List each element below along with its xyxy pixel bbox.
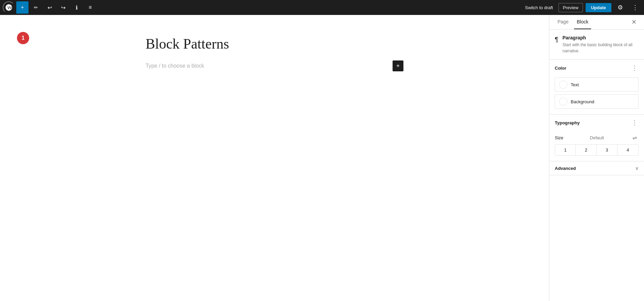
sidebar-close-button[interactable]: ✕ (629, 17, 639, 27)
typography-section-more-button[interactable]: ⋮ (630, 119, 639, 127)
typography-section-title: Typography (555, 120, 580, 125)
notification-count: 1 (22, 35, 25, 41)
toolbar-right-group: Switch to draft Preview Update ⚙ ⋮ (522, 1, 641, 14)
text-color-option[interactable]: Text (555, 77, 639, 92)
wp-logo-icon (5, 3, 13, 12)
editor-area: 1 Block Patterns Type / to choose a bloc… (0, 15, 549, 301)
block-info-description: Start with the basic building block of a… (563, 42, 639, 54)
size-label: Size (555, 135, 563, 140)
list-view-button[interactable]: ≡ (84, 1, 96, 14)
editor-content: Block Patterns Type / to choose a block … (132, 15, 417, 92)
advanced-section: Advanced ∨ (549, 161, 644, 175)
block-info-text: Paragraph Start with the basic building … (563, 35, 639, 54)
text-color-label: Text (571, 82, 579, 87)
advanced-chevron-icon: ∨ (635, 165, 639, 171)
advanced-section-title: Advanced (555, 166, 576, 171)
main-area: 1 Block Patterns Type / to choose a bloc… (0, 15, 644, 301)
text-color-swatch (559, 81, 567, 89)
block-info-section: ¶ Paragraph Start with the basic buildin… (549, 30, 644, 60)
color-section-title: Color (555, 66, 566, 71)
typography-section-header: Typography ⋮ (549, 114, 644, 131)
plus-icon: + (396, 63, 400, 70)
paragraph-icon: ¶ (555, 36, 558, 43)
size-2-button[interactable]: 2 (576, 145, 596, 155)
block-placeholder-row: Type / to choose a block + (146, 60, 403, 71)
switch-to-draft-button[interactable]: Switch to draft (522, 3, 555, 12)
color-options-list: Text Background (549, 76, 644, 114)
update-button[interactable]: Update (586, 3, 611, 12)
typography-section: Typography ⋮ Size Default ⇌ 1 2 3 4 (549, 114, 644, 161)
color-section-more-button[interactable]: ⋮ (630, 64, 639, 72)
background-color-option[interactable]: Background (555, 94, 639, 109)
block-placeholder-text[interactable]: Type / to choose a block (146, 63, 393, 69)
block-info-title: Paragraph (563, 35, 639, 40)
size-1-button[interactable]: 1 (555, 145, 576, 155)
size-controls-button[interactable]: ⇌ (630, 134, 639, 142)
sliders-icon: ⇌ (632, 135, 637, 141)
typography-content: Size Default ⇌ 1 2 3 4 (549, 131, 644, 161)
notification-badge[interactable]: 1 (17, 32, 29, 44)
undo-button[interactable]: ↩ (43, 1, 56, 14)
background-color-label: Background (571, 99, 594, 104)
size-3-button[interactable]: 3 (597, 145, 618, 155)
color-section: Color ⋮ Text Background (549, 60, 644, 114)
tab-block[interactable]: Block (574, 15, 591, 29)
size-row: Size Default ⇌ (555, 134, 639, 142)
background-color-swatch (559, 98, 567, 106)
redo-button[interactable]: ↪ (57, 1, 69, 14)
add-block-toolbar-button[interactable]: + (16, 1, 29, 14)
tab-page[interactable]: Page (555, 15, 571, 29)
size-4-button[interactable]: 4 (618, 145, 638, 155)
toolbar-left-group: + ✏ ↩ ↪ ℹ ≡ (3, 1, 96, 14)
inline-add-block-button[interactable]: + (393, 60, 403, 71)
settings-button[interactable]: ⚙ (614, 1, 626, 14)
wp-logo-button[interactable] (3, 1, 15, 14)
sidebar-tabs: Page Block ✕ (549, 15, 644, 30)
advanced-section-header[interactable]: Advanced ∨ (549, 161, 644, 175)
preview-button[interactable]: Preview (558, 3, 583, 12)
right-sidebar: Page Block ✕ ¶ Paragraph Start with the … (549, 15, 644, 301)
info-button[interactable]: ℹ (71, 1, 83, 14)
edit-tool-button[interactable]: ✏ (30, 1, 42, 14)
size-buttons-group: 1 2 3 4 (555, 144, 639, 156)
size-default-value: Default (590, 135, 604, 140)
color-section-header: Color ⋮ (549, 60, 644, 76)
more-options-button[interactable]: ⋮ (629, 1, 641, 14)
main-toolbar: + ✏ ↩ ↪ ℹ ≡ Switch to draft Preview Upda… (0, 0, 644, 15)
page-title[interactable]: Block Patterns (146, 35, 403, 52)
